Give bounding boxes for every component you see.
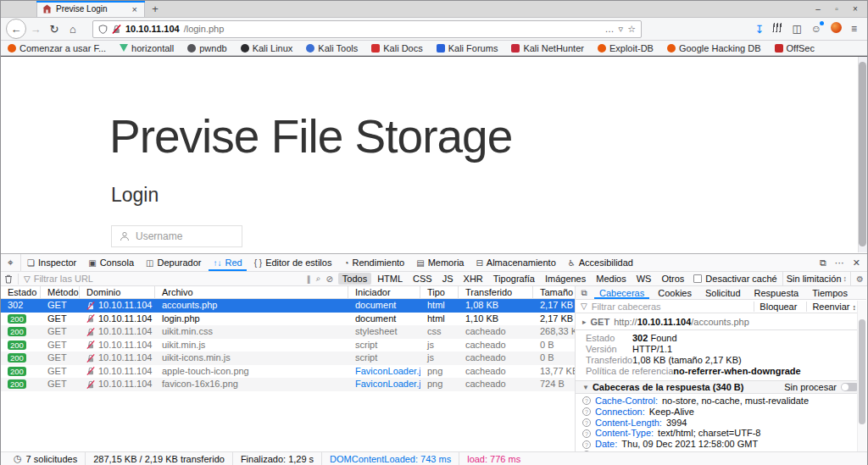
column-header-dominio[interactable]: Dominio — [80, 286, 155, 298]
response-headers-section[interactable]: ▼ Cabeceras de la respuesta (340 B) Sin … — [576, 381, 866, 394]
disable-cache-checkbox[interactable]: Desactivar caché — [693, 274, 776, 284]
bookmark-star-icon[interactable]: ☆ — [627, 24, 636, 35]
clear-requests-icon[interactable] — [4, 274, 13, 284]
request-row[interactable]: 200GET10.10.11.104uikit.min.jsscriptjsca… — [1, 339, 575, 352]
split-pane-icon[interactable]: ⧉ — [576, 286, 593, 299]
sidebar-icon[interactable]: ◫ — [792, 23, 801, 35]
bookmark-item[interactable]: horizontall — [120, 43, 174, 53]
minimize-icon[interactable]: – — [813, 4, 823, 14]
page-scrollbar[interactable] — [858, 57, 867, 252]
filter-todos[interactable]: Todos — [338, 273, 371, 285]
bookmark-item[interactable]: pwndb — [187, 43, 226, 53]
library-icon[interactable] — [773, 23, 782, 35]
downloads-icon[interactable]: ↧ — [754, 23, 764, 36]
devtools-tab-red[interactable]: ↑↓Red — [207, 254, 248, 271]
devtools-tab-depurador[interactable]: ◫Depurador — [140, 254, 207, 271]
page-scrollbar-thumb[interactable] — [859, 62, 866, 246]
column-header-tipo[interactable]: Tipo — [420, 286, 459, 298]
raw-toggle[interactable]: Sin procesar — [784, 382, 860, 392]
help-icon[interactable]: ? — [582, 407, 591, 416]
bookmark-item[interactable]: Google Hacking DB — [667, 43, 761, 53]
reload-button[interactable]: ↻ — [45, 19, 64, 38]
help-icon[interactable]: ? — [582, 440, 591, 449]
request-row[interactable]: 200GET10.10.11.104login.phpdocumenthtml1… — [1, 313, 575, 326]
pocket-icon[interactable]: ▿ — [619, 24, 624, 35]
bookmark-item[interactable]: Exploit-DB — [598, 43, 654, 53]
request-row[interactable]: 302GET10.10.11.104accounts.phpdocumentht… — [1, 299, 575, 313]
filter-tipografía[interactable]: Tipografía — [489, 273, 539, 285]
filter-imágenes[interactable]: Imágenes — [541, 273, 590, 285]
username-field[interactable]: Username — [111, 225, 242, 247]
account-icon[interactable]: ☺ — [811, 23, 821, 35]
details-tab-tiempos[interactable]: Tiempos — [805, 286, 854, 299]
details-tab-respuesta[interactable]: Respuesta — [748, 286, 806, 299]
new-tab-button[interactable]: + — [145, 1, 165, 17]
details-tab-cookies[interactable]: Cookies — [651, 286, 698, 299]
details-scrollbar-thumb[interactable] — [859, 319, 865, 424]
menu-icon[interactable]: ≡ — [851, 23, 857, 35]
details-tab-cabeceras[interactable]: Cabeceras — [593, 286, 651, 299]
column-header-transferido[interactable]: Transferido — [459, 286, 533, 298]
insecure-lock-icon[interactable] — [112, 25, 121, 34]
url-filter-input[interactable]: ▽Filtrar las URL — [24, 274, 302, 284]
throttling-select[interactable]: Sin limitación↕ — [782, 272, 851, 286]
column-header-tamaño[interactable]: Tamaño — [533, 286, 576, 298]
page-actions-icon[interactable]: … — [605, 24, 615, 34]
column-header-archivo[interactable]: Archivo — [155, 286, 348, 298]
back-button[interactable]: ← — [6, 19, 26, 39]
details-scrollbar[interactable] — [857, 301, 866, 451]
cell-initiator[interactable]: FaviconLoader.jsm:1... — [348, 365, 420, 379]
expand-caret-icon[interactable]: ▸ — [582, 318, 587, 326]
search-icon[interactable]: ⌕ — [316, 274, 321, 284]
bookmark-item[interactable]: Kali Linux — [241, 43, 293, 53]
response-header-row[interactable]: ?Content-Length:3994 — [576, 418, 866, 429]
bookmark-item[interactable]: Kali Forums — [437, 43, 498, 53]
block-icon[interactable]: ⊘ — [326, 274, 332, 284]
filter-medios[interactable]: Medios — [592, 273, 630, 285]
more-options-icon[interactable]: ⋯ — [835, 257, 844, 268]
dock-icon[interactable]: ⧉ — [820, 257, 826, 268]
home-button[interactable]: ⌂ — [64, 19, 82, 38]
extension-icon[interactable] — [831, 22, 842, 36]
url-bar[interactable]: 10.10.11.104/login.php … ▿ ☆ — [92, 20, 642, 38]
help-icon[interactable]: ? — [582, 418, 591, 427]
headers-filter-input[interactable]: Filtrar cabeceras — [592, 302, 750, 312]
response-header-row[interactable]: ?Expires:Thu, 19 Nov 1981 08:52:00 GMT — [576, 450, 866, 451]
filter-js[interactable]: JS — [438, 273, 458, 285]
filter-ws[interactable]: WS — [632, 273, 656, 285]
pause-icon[interactable]: ∥ — [307, 274, 311, 284]
column-header-estado[interactable]: Estado — [1, 286, 41, 298]
bookmark-item[interactable]: OffSec — [775, 43, 815, 53]
devtools-tab-rendimiento[interactable]: ◔Rendimiento — [337, 254, 410, 271]
request-row[interactable]: 200GET10.10.11.104uikit.min.cssstyleshee… — [1, 325, 575, 339]
devtools-tab-accesibilidad[interactable]: ♿Accesibilidad — [562, 254, 639, 271]
forward-button[interactable]: → — [26, 19, 45, 38]
request-row[interactable]: 200GET10.10.11.104favicon-16x16.pngFavic… — [1, 378, 575, 391]
maximize-icon[interactable]: ▫ — [832, 4, 842, 14]
request-row[interactable]: 200GET10.10.11.104apple-touch-icon.pngFa… — [1, 365, 575, 379]
devtools-close-icon[interactable]: ✕ — [853, 257, 860, 268]
browser-tab[interactable]: Previse Login × — [36, 1, 145, 17]
devtools-tab-almacenamiento[interactable]: ⊟Almacenamiento — [470, 254, 561, 271]
shield-icon[interactable] — [98, 25, 108, 34]
filter-css[interactable]: CSS — [409, 273, 437, 285]
devtools-tab-editor-de-estilos[interactable]: { }Editor de estilos — [248, 254, 338, 271]
column-header-método[interactable]: Método — [41, 286, 80, 298]
bookmark-item[interactable]: Comenzar a usar F... — [8, 43, 106, 53]
resend-button[interactable]: Reenviar ↕ — [806, 302, 861, 312]
element-picker-icon[interactable]: ⌖ — [1, 254, 21, 271]
column-header-iniciador[interactable]: Iniciador — [348, 286, 420, 298]
filter-xhr[interactable]: XHR — [459, 273, 487, 285]
request-row[interactable]: 200GET10.10.11.104uikit-icons.min.jsscri… — [1, 352, 575, 365]
block-button[interactable]: Bloquear — [754, 302, 802, 312]
cell-initiator[interactable]: FaviconLoader.jsm:1... — [348, 378, 420, 391]
devtools-tab-inspector[interactable]: ❏Inspector — [21, 254, 82, 271]
help-icon[interactable]: ? — [582, 429, 591, 438]
help-icon[interactable]: ? — [582, 396, 591, 405]
filter-otros[interactable]: Otros — [657, 273, 688, 285]
filter-html[interactable]: HTML — [373, 273, 407, 285]
devtools-tab-consola[interactable]: ▣Consola — [82, 254, 140, 271]
response-header-row[interactable]: ?Cache-Control:no-store, no-cache, must-… — [576, 396, 866, 407]
details-tab-solicitud[interactable]: Solicitud — [698, 286, 748, 299]
network-settings-gear-icon[interactable]: ⚙ — [856, 274, 864, 284]
